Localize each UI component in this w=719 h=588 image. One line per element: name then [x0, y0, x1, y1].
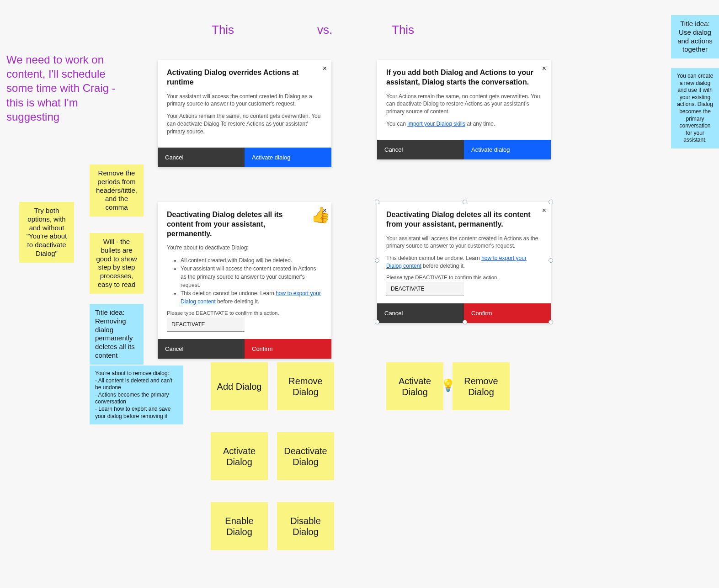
selection-handle[interactable]: [375, 258, 379, 263]
modal-text: Your assistant will access the content c…: [167, 93, 322, 108]
selection-handle[interactable]: [549, 258, 553, 263]
sticky-try-both[interactable]: Try both options, with and without "You'…: [19, 202, 74, 263]
modal-title: If you add both Dialog and Actions to yo…: [386, 68, 542, 87]
modal-text: Your Actions remain the same, no content…: [167, 112, 322, 135]
modal-text: Your assistant will access the content c…: [386, 235, 542, 250]
heading-this-left: This: [212, 23, 234, 37]
heading-this-right: This: [392, 23, 414, 37]
option-deactivate-dialog[interactable]: Deactivate Dialog: [277, 432, 334, 480]
thumbs-up-icon: 👍: [311, 206, 330, 224]
option-enable-dialog[interactable]: Enable Dialog: [211, 502, 268, 550]
confirm-hint: Please type DEACTIVATE to confirm this a…: [167, 310, 322, 316]
selection-handle[interactable]: [375, 320, 379, 324]
modal-deactivate-left: × Deactivating Dialog deletes all its co…: [158, 202, 331, 359]
annotation-left: We need to work on content, I'll schedul…: [6, 53, 121, 124]
selection-handle[interactable]: [549, 320, 553, 324]
option-disable-dialog[interactable]: Disable Dialog: [277, 502, 334, 550]
option-add-dialog[interactable]: Add Dialog: [211, 362, 268, 410]
sticky-remove-periods[interactable]: Remove the periods from headers/tittle, …: [90, 164, 144, 217]
heading-vs: vs.: [317, 23, 332, 37]
cancel-button[interactable]: Cancel: [377, 303, 464, 323]
confirm-input[interactable]: [386, 282, 464, 296]
option-remove-dialog-2[interactable]: Remove Dialog: [453, 362, 510, 410]
modal-activate-left: × Activating Dialog overrides Actions at…: [158, 60, 331, 167]
confirm-button[interactable]: Confirm: [245, 339, 331, 359]
confirm-button[interactable]: Confirm: [464, 303, 551, 323]
selection-handle[interactable]: [549, 200, 553, 204]
activate-dialog-button[interactable]: Activate dialog: [245, 148, 331, 167]
modal-bullet-list: All content created with Dialog will be …: [167, 256, 322, 306]
modal-text: You can import your Dialog skills at any…: [386, 120, 542, 128]
modal-deactivate-right[interactable]: × Deactivating Dialog deletes all its co…: [377, 202, 551, 323]
activate-dialog-button[interactable]: Activate dialog: [464, 140, 551, 159]
modal-title: Activating Dialog overrides Actions at r…: [167, 68, 322, 87]
sticky-body-use-dialog[interactable]: You can create a new dialog and use it w…: [671, 68, 719, 148]
modal-lead: You're about to deactivate Dialog:: [167, 244, 322, 252]
sticky-body-remove[interactable]: You're about to remove dialog: - All con…: [90, 366, 183, 424]
modal-text: This deletion cannot be undone. Learn ho…: [386, 254, 542, 270]
modal-activate-right: × If you add both Dialog and Actions to …: [377, 60, 551, 159]
selection-handle[interactable]: [375, 200, 379, 204]
selection-handle[interactable]: [463, 320, 467, 324]
lightbulb-icon: 💡: [441, 378, 455, 392]
modal-text: Your Actions remain the same, no content…: [386, 93, 542, 116]
modal-title: Deactivating Dialog deletes all its cont…: [386, 210, 542, 229]
bullet-item: All content created with Dialog will be …: [181, 256, 322, 265]
cancel-button[interactable]: Cancel: [158, 339, 245, 359]
bullet-item: Your assistant will access the content c…: [181, 265, 322, 289]
sticky-title-idea-remove[interactable]: Title idea: Removing dialog permanently …: [90, 304, 144, 365]
option-activate-dialog[interactable]: Activate Dialog: [211, 432, 268, 480]
modal-title: Deactivating Dialog deletes all its cont…: [167, 210, 322, 238]
close-icon[interactable]: ×: [542, 64, 546, 73]
option-activate-dialog-2[interactable]: Activate Dialog: [386, 362, 443, 410]
sticky-bullets-good[interactable]: Will - the bullets are good to show step…: [90, 233, 144, 294]
confirm-hint: Please type DEACTIVATE to confirm this a…: [386, 275, 542, 280]
import-dialog-link[interactable]: import your Dialog skills: [407, 121, 465, 127]
close-icon[interactable]: ×: [323, 64, 327, 73]
cancel-button[interactable]: Cancel: [377, 140, 464, 159]
close-icon[interactable]: ×: [542, 207, 546, 215]
cancel-button[interactable]: Cancel: [158, 148, 245, 167]
bullet-item: This deletion cannot be undone. Learn ho…: [181, 289, 322, 306]
sticky-title-idea-use-dialog[interactable]: Title idea: Use dialog and actions toget…: [671, 15, 719, 58]
selection-handle[interactable]: [463, 200, 467, 204]
option-remove-dialog[interactable]: Remove Dialog: [277, 362, 334, 410]
confirm-input[interactable]: [167, 318, 245, 332]
